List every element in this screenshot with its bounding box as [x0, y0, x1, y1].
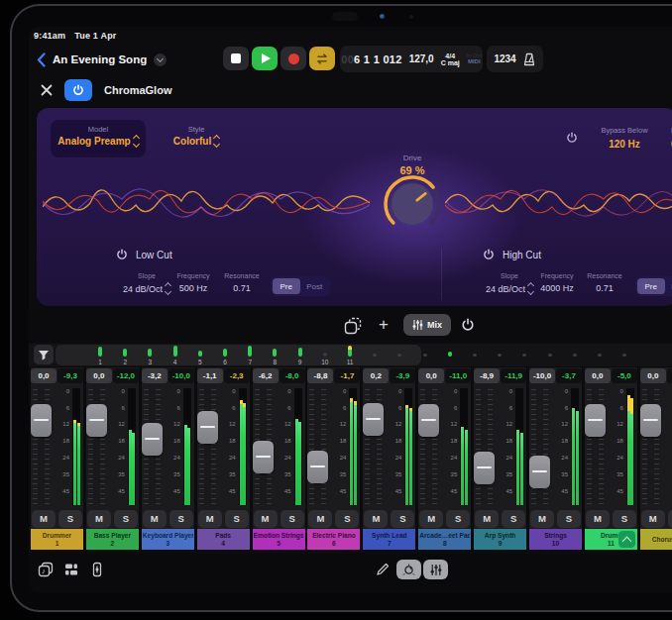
channel-fader-db[interactable]: -8,8	[307, 368, 333, 383]
back-chevron-icon[interactable]	[37, 52, 46, 67]
metronome-icon[interactable]	[522, 52, 536, 66]
channel-fader-db[interactable]: 0,0	[86, 368, 112, 383]
overview-channel[interactable]	[592, 344, 608, 366]
overview-channel[interactable]: 1	[92, 344, 108, 366]
bypass-below-control[interactable]: Bypass Below 120 Hz	[584, 126, 665, 150]
solo-button[interactable]: S	[557, 510, 581, 528]
overview-channel[interactable]: 11	[342, 344, 358, 366]
overview-channel[interactable]	[417, 344, 433, 366]
overview-channel[interactable]	[567, 344, 583, 366]
channel-fader-db[interactable]: 0,2	[363, 368, 389, 383]
controls-knob-button[interactable]	[396, 560, 421, 579]
low-cut-pre-button[interactable]: Pre	[273, 278, 300, 294]
channel-peak-db[interactable]: -1,7	[334, 368, 360, 383]
track-name-bar[interactable]: Chorus V	[640, 529, 672, 550]
overview-channel[interactable]: 3	[142, 344, 158, 366]
overview-channel[interactable]: 9	[292, 344, 308, 366]
channel-fader-db[interactable]: -8,9	[474, 368, 500, 383]
channel-fader-db[interactable]: -1,1	[197, 368, 223, 383]
overview-channel[interactable]: 5	[192, 344, 208, 366]
high-cut-power-icon[interactable]	[483, 249, 495, 260]
high-cut-slope-value[interactable]: 24 dB/Oct	[483, 283, 536, 294]
fader-handle[interactable]	[585, 404, 606, 437]
solo-button[interactable]: S	[446, 510, 470, 528]
fader-handle[interactable]	[253, 441, 274, 473]
mute-button[interactable]: M	[530, 510, 554, 528]
cycle-loop-button[interactable]	[309, 47, 335, 70]
mute-button[interactable]: M	[198, 510, 222, 528]
style-selector[interactable]: Style Colorful	[158, 120, 235, 157]
mixer-faders-button[interactable]	[423, 560, 448, 579]
track-name-bar[interactable]: Drummer 1	[31, 529, 83, 550]
overview-channel[interactable]: 6	[217, 344, 233, 366]
solo-button[interactable]: S	[668, 510, 672, 528]
mute-button[interactable]: M	[641, 510, 665, 528]
solo-button[interactable]: S	[391, 510, 414, 528]
channel-fader-db[interactable]: 0,0	[31, 368, 56, 383]
play-button[interactable]	[252, 47, 278, 70]
filter-button[interactable]	[34, 345, 54, 364]
channel-peak-db[interactable]: -11,9	[501, 368, 526, 383]
solo-button[interactable]: S	[58, 510, 82, 528]
fader-handle[interactable]	[307, 451, 328, 483]
close-icon[interactable]	[41, 84, 53, 96]
style-value[interactable]: Colorful	[158, 136, 235, 147]
channel-peak-db[interactable]: -3,9	[390, 368, 415, 383]
drive-knob[interactable]	[378, 169, 447, 239]
duplicate-icon[interactable]	[344, 317, 362, 335]
channel-fader-db[interactable]: -6,2	[253, 368, 279, 383]
fader-handle[interactable]	[363, 403, 384, 436]
channel-peak-db[interactable]: -3,7	[556, 368, 582, 383]
overview-channel[interactable]	[467, 344, 483, 366]
channel-strip-icon[interactable]	[89, 562, 105, 577]
channel-peak-db[interactable]: -9,3	[57, 368, 83, 383]
mixer-power-icon[interactable]	[461, 318, 475, 332]
mute-button[interactable]: M	[32, 510, 56, 528]
low-cut-freq-value[interactable]: 500 Hz	[168, 283, 219, 293]
overview-channel[interactable]: 4	[168, 344, 183, 366]
fader-handle[interactable]	[86, 404, 107, 437]
track-name-bar[interactable]: Arcade…eet Pad 8	[418, 529, 471, 550]
high-cut-freq-value[interactable]: 4000 Hz	[531, 283, 583, 293]
channel-peak-db[interactable]: -8,0	[280, 368, 305, 383]
channel-peak-db[interactable]: -11,0	[445, 368, 471, 383]
channel-fader-db[interactable]: 0,0	[418, 368, 444, 383]
track-name-bar[interactable]: Synth Lead 7	[363, 529, 415, 550]
high-cut-post-button[interactable]: Post	[666, 278, 672, 294]
fader-handle[interactable]	[142, 423, 163, 456]
track-name-bar[interactable]: Keyboard Player 3	[142, 529, 194, 550]
record-button[interactable]	[280, 47, 306, 70]
channel-peak-db[interactable]: -5,0	[612, 368, 637, 383]
solo-button[interactable]: S	[114, 510, 138, 528]
track-name-bar[interactable]: Electric Piano 6	[307, 529, 360, 550]
track-name-bar[interactable]: Drums 11	[585, 529, 637, 550]
expand-stack-button[interactable]	[618, 531, 635, 548]
low-cut-power-icon[interactable]	[116, 249, 128, 260]
channel-peak-db[interactable]	[667, 368, 672, 383]
overview-channel[interactable]	[442, 344, 458, 366]
add-track-button[interactable]: +	[373, 313, 394, 337]
mute-button[interactable]: M	[419, 510, 443, 528]
song-menu-chevron[interactable]	[154, 53, 167, 66]
model-selector[interactable]: Model Analog Preamp	[51, 120, 146, 157]
high-cut-res-value[interactable]: 0.71	[580, 283, 629, 293]
song-title[interactable]: An Evening Song	[53, 53, 147, 65]
low-cut-post-button[interactable]: Post	[301, 278, 329, 294]
fader-handle[interactable]	[418, 404, 439, 437]
solo-button[interactable]: S	[335, 510, 359, 528]
overview-channel[interactable]	[516, 344, 532, 366]
mute-button[interactable]: M	[586, 510, 610, 528]
loops-browser-icon[interactable]: ♪	[38, 562, 54, 577]
low-cut-slope-value[interactable]: 24 dB/Oct	[120, 283, 173, 294]
channel-peak-db[interactable]: -2,3	[224, 368, 250, 383]
track-name-bar[interactable]: Bass Player 2	[86, 529, 139, 550]
overview-channel[interactable]	[492, 344, 507, 366]
track-name-bar[interactable]: Emotion Strings 5	[253, 529, 305, 550]
fader-handle[interactable]	[640, 404, 661, 437]
overview-channel[interactable]: 2	[117, 344, 133, 366]
bypass-power-icon[interactable]	[566, 132, 578, 144]
channel-peak-db[interactable]: -10,0	[168, 368, 194, 383]
overview-channel[interactable]: 7	[242, 344, 258, 366]
channel-fader-db[interactable]: -3,2	[142, 368, 168, 383]
overview-channel[interactable]: 10	[317, 344, 333, 366]
